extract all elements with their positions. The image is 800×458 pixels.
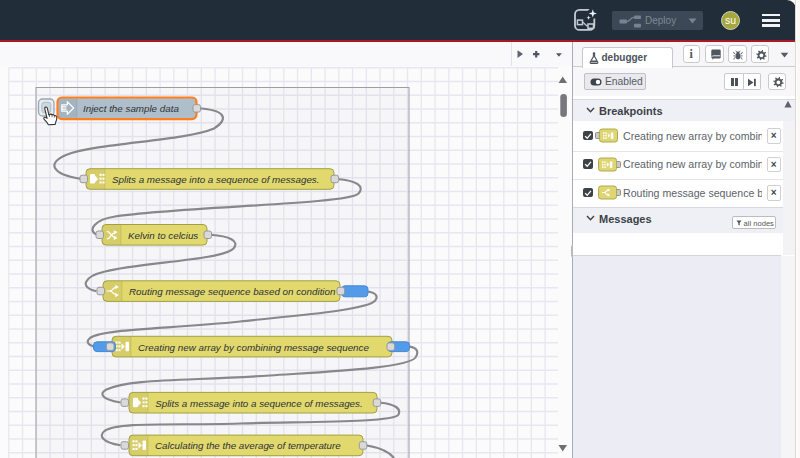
svg-text:Splits a message into a sequen: Splits a message into a sequence of mess… (112, 174, 320, 185)
svg-text:Calculating the the average of: Calculating the the average of temperatu… (155, 440, 341, 451)
svg-text:Inject the sample data: Inject the sample data (83, 103, 179, 114)
svg-text:Kelvin to celcius: Kelvin to celcius (128, 230, 198, 241)
svg-text:Splits a message into a sequen: Splits a message into a sequence of mess… (155, 398, 363, 409)
svg-text:Creating new array by combinin: Creating new array by combining message … (138, 342, 369, 353)
svg-text:Routing message sequence based: Routing message sequence based on condit… (129, 286, 335, 297)
